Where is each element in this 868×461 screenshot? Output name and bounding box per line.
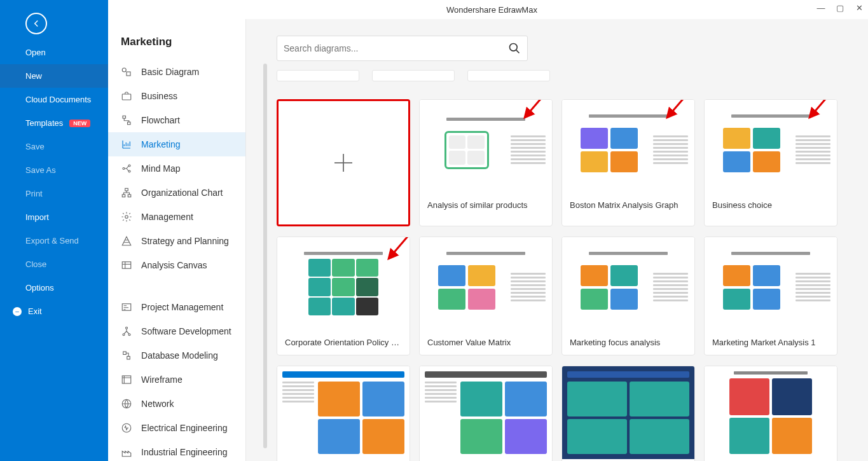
ind-icon (121, 446, 132, 458)
template-title: Analysis of similar products (420, 193, 552, 217)
category-business[interactable]: Business (108, 84, 245, 108)
svg-point-8 (128, 170, 130, 172)
category-title: Marketing (108, 36, 245, 60)
search-icon (508, 42, 521, 55)
category-software-development[interactable]: Software Development (108, 319, 245, 343)
category-network[interactable]: Network (108, 392, 245, 416)
svg-rect-18 (123, 352, 127, 355)
category-basic-diagram[interactable]: Basic Diagram (108, 60, 245, 84)
svg-point-24 (510, 44, 518, 52)
file-menu-cloud-documents[interactable]: Cloud Documents (0, 88, 108, 111)
search-input[interactable] (284, 43, 508, 53)
file-menu-export-send[interactable]: Export & Send (0, 229, 108, 252)
svg-rect-14 (122, 304, 131, 311)
category-marketing[interactable]: Marketing (108, 132, 245, 156)
file-menu-open[interactable]: Open (0, 41, 108, 64)
file-menu-import[interactable]: Import (0, 205, 108, 229)
mind-icon (121, 163, 132, 174)
new-badge: NEW (69, 120, 90, 127)
maximize-button[interactable]: ▢ (836, 4, 844, 11)
template-title: Business choice (705, 193, 837, 217)
category-industrial-engineering[interactable]: Industrial Engineering (108, 440, 245, 461)
template-card-m4[interactable]: Matrix Diagram 4 (704, 366, 837, 461)
category-project-management[interactable]: Project Management (108, 295, 245, 319)
app-title: Wondershare EdrawMax (446, 5, 537, 15)
net-icon (121, 398, 132, 409)
partial-card (372, 70, 455, 81)
template-card-m1[interactable]: Matrix Diagram 1 (277, 366, 410, 461)
file-menu-exit[interactable]: –Exit (0, 299, 108, 323)
svg-rect-11 (128, 195, 131, 197)
template-title: Marketing Market Analysis 1 (705, 330, 837, 355)
category-mind-map[interactable]: Mind Map (108, 156, 245, 181)
file-sidebar: OpenNewCloud DocumentsTemplatesNEWSaveSa… (0, 0, 108, 461)
chart-icon (121, 139, 132, 150)
svg-rect-10 (122, 195, 125, 197)
arrow-left-icon (31, 18, 42, 29)
close-button[interactable]: ✕ (855, 4, 863, 11)
svg-point-16 (123, 334, 125, 336)
category-organizational-chart[interactable]: Organizational Chart (108, 181, 245, 205)
category-electrical-engineering[interactable]: Electrical Engineering (108, 416, 245, 440)
org-icon (121, 187, 132, 198)
category-flowchart[interactable]: Flowchart (108, 108, 245, 132)
svg-point-17 (128, 334, 130, 336)
template-card-boston[interactable]: Boston Matrix Analysis Graph (561, 99, 695, 226)
category-analysis-canvas[interactable]: Analysis Canvas (108, 253, 245, 277)
category-sidebar: Marketing Basic DiagramBusinessFlowchart… (108, 0, 246, 461)
wire-icon (121, 374, 132, 385)
file-menu-save-as[interactable]: Save As (0, 158, 108, 182)
category-wireframe[interactable]: Wireframe (108, 368, 245, 392)
template-title: Marketing focus analysis (562, 330, 694, 355)
file-menu-templates[interactable]: TemplatesNEW (0, 111, 108, 135)
main-content: Analysis of similar productsBoston Matri… (246, 0, 868, 461)
pyramid-icon (121, 235, 132, 247)
template-card-market-analysis[interactable]: Marketing Market Analysis 1 (704, 237, 837, 355)
svg-rect-5 (128, 122, 131, 125)
category-management[interactable]: Management (108, 205, 245, 229)
template-title: Boston Matrix Analysis Graph (562, 193, 694, 217)
template-card-bchoice[interactable]: Business choice (704, 99, 837, 226)
file-menu-close[interactable]: Close (0, 252, 108, 276)
svg-point-7 (128, 165, 130, 167)
partial-card (277, 70, 359, 81)
svg-point-1 (122, 68, 126, 72)
svg-rect-19 (127, 357, 130, 360)
file-menu-save[interactable]: Save (0, 135, 108, 158)
template-card-m2[interactable]: Matrix Diagram 2 (419, 366, 553, 461)
category-database-modeling[interactable]: Database Modeling (108, 343, 245, 368)
search-box[interactable] (277, 36, 528, 61)
flow-icon (121, 114, 132, 126)
shapes-icon (121, 66, 132, 78)
svg-rect-3 (122, 94, 131, 100)
titlebar: Wondershare EdrawMax — ▢ ✕ (116, 0, 868, 19)
svg-rect-4 (123, 116, 126, 118)
gantt-icon (121, 301, 132, 313)
template-title: Corporate Orientation Policy Mat (277, 330, 410, 355)
svg-rect-13 (122, 262, 131, 269)
template-card-corp-orient[interactable]: Corporate Orientation Policy Mat (277, 237, 410, 355)
tree-icon (121, 326, 132, 337)
svg-point-6 (123, 168, 125, 170)
partial-cards-row (277, 70, 837, 81)
template-card-focus[interactable]: Marketing focus analysis (561, 237, 695, 355)
elec-icon (121, 422, 132, 434)
template-card-analysis-similar[interactable]: Analysis of similar products (419, 99, 553, 226)
back-button[interactable] (25, 13, 47, 34)
category-strategy-and-planning[interactable]: Strategy and Planning (108, 229, 245, 253)
template-card-m3[interactable]: Matrix Diagram 3 (561, 366, 695, 461)
gear-icon (121, 211, 132, 223)
file-menu-options[interactable]: Options (0, 276, 108, 299)
template-card-cust-value[interactable]: Customer Value Matrix (419, 237, 553, 355)
svg-rect-20 (122, 376, 131, 383)
briefcase-icon (121, 90, 132, 102)
file-menu-print[interactable]: Print (0, 182, 108, 205)
db-icon (121, 350, 132, 361)
svg-point-15 (126, 327, 128, 329)
svg-point-12 (125, 216, 128, 219)
minimize-button[interactable]: — (817, 4, 825, 11)
canvas-icon (121, 259, 132, 271)
template-card-blank[interactable] (277, 99, 410, 226)
file-menu-new[interactable]: New (0, 64, 108, 88)
partial-card (467, 70, 550, 81)
